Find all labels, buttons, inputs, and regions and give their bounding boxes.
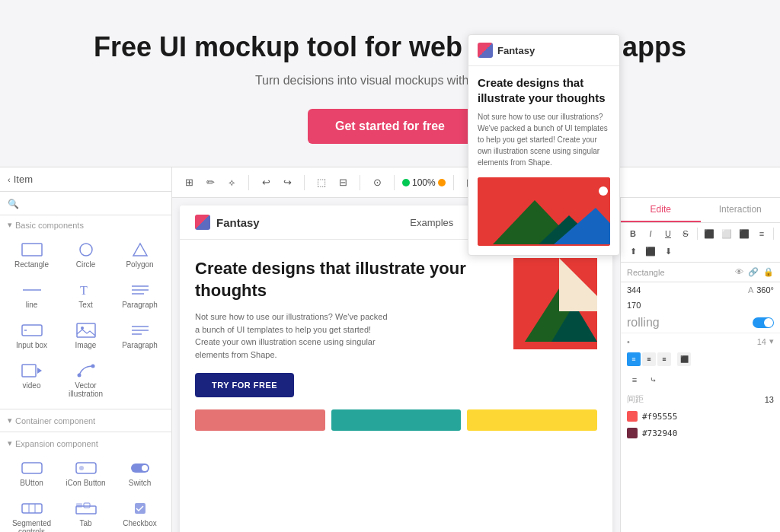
sidebar-search-area: 🔍: [0, 192, 171, 215]
color-swatch-1[interactable]: [627, 411, 638, 422]
hero-section: Free UI mockup tool for web and mobile a…: [0, 0, 780, 167]
sidebar-item-circle[interactable]: Circle: [60, 236, 111, 273]
rp-fontsize-value: 14: [757, 337, 766, 346]
rp-strikethrough-icon[interactable]: S: [678, 226, 693, 241]
tab-interaction[interactable]: Interaction: [701, 198, 781, 222]
expansion-collapse-icon[interactable]: ▾: [8, 438, 12, 448]
rp-color-row-2: #732940: [621, 425, 780, 441]
rp-align-btn-2[interactable]: ≡: [642, 352, 656, 366]
rp-align-btn-4[interactable]: ⬛: [677, 352, 691, 366]
search-icon: 🔍: [8, 199, 19, 209]
toolbar-divider-5: [453, 175, 454, 190]
rp-angle-label: A: [748, 285, 753, 295]
paragraph-icon: [126, 281, 154, 299]
rp-italic-icon[interactable]: I: [643, 226, 658, 241]
rp-extra-format-row: ≡ ⤷: [621, 369, 780, 390]
button-label: BUtton: [20, 479, 43, 487]
preview-hero-title: Create designs that illustrate your thou…: [195, 258, 498, 301]
sidebar-item-button[interactable]: BUtton: [6, 454, 57, 492]
svg-rect-10: [77, 323, 95, 337]
rp-extra-row: • 14 ▾: [621, 333, 780, 349]
rp-dimensions-row: 344 A 360°: [621, 282, 780, 298]
preview-hero-desc: Not sure how to use our illustrations? W…: [195, 311, 393, 361]
rp-underline-icon[interactable]: U: [660, 226, 676, 241]
toolbar-frame-group: ⬚ ⊟: [312, 174, 352, 192]
toolbar-divider-2: [304, 175, 305, 190]
rp-lock-icon[interactable]: 🔒: [763, 267, 774, 277]
text-label: Text: [78, 301, 92, 309]
sidebar-item-inputbox[interactable]: Input box: [6, 317, 57, 354]
frame2-icon[interactable]: ⊟: [334, 174, 352, 192]
rp-align-right-icon[interactable]: ⬛: [737, 226, 752, 241]
sidebar-item-checkbox[interactable]: Checkbox: [114, 495, 165, 532]
rp-list-icon[interactable]: ≡: [627, 372, 642, 387]
rp-align-top-icon[interactable]: ⬆: [625, 244, 641, 259]
rp-justify-icon[interactable]: ≡: [754, 226, 769, 241]
button-icon: [18, 459, 46, 477]
container-collapse-icon[interactable]: ▾: [8, 416, 12, 425]
image-label: Image: [75, 341, 97, 349]
rp-align-center-icon[interactable]: ⬜: [719, 226, 734, 241]
rp-dot-icon: •: [627, 337, 630, 346]
rp-chevron-down-icon[interactable]: ▾: [769, 336, 774, 346]
right-panel-tabs: Edite Interaction: [621, 198, 780, 223]
segmented-icon: [18, 499, 46, 518]
sidebar-item-polygon[interactable]: Polygon: [114, 236, 165, 273]
try-for-free-button[interactable]: TRY FOR FREE: [195, 373, 294, 397]
svg-rect-29: [84, 503, 90, 508]
rp-element-label: Rectangle 👁 🔗 🔒: [621, 263, 780, 282]
sidebar-item-segmented[interactable]: Segmented controls: [6, 495, 57, 532]
rp-toggle-wrapper: [753, 317, 774, 328]
rp-align-mid-icon[interactable]: ⬛: [643, 244, 658, 259]
container-section-title: ▾ Container component: [0, 413, 171, 428]
rp-rectangle-label: Rectangle: [627, 268, 665, 277]
rp-align-bot-icon[interactable]: ⬇: [660, 244, 676, 259]
rp-indent-icon[interactable]: ⤷: [645, 372, 660, 387]
tab-edite[interactable]: Edite: [621, 198, 701, 222]
rp-height-row: 170: [621, 298, 780, 313]
sidebar-item-iconbutton[interactable]: iCon Button: [60, 454, 111, 492]
sidebar-breadcrumb: ‹ Item: [0, 167, 171, 192]
rp-rolling-row: rolling: [621, 313, 780, 333]
toolbar-history-group: ↩ ↪: [257, 174, 296, 192]
rp-align-btn-3[interactable]: ≡: [657, 352, 671, 366]
sidebar-item-switch[interactable]: Switch: [114, 454, 165, 492]
get-started-button[interactable]: Get started for free: [308, 109, 472, 144]
rp-align-left-icon[interactable]: ⬛: [702, 226, 717, 241]
pen-icon[interactable]: ✏: [201, 174, 219, 192]
tab-icon: [72, 499, 100, 518]
sidebar-item-tab[interactable]: Tab: [60, 495, 111, 532]
rp-link-icon[interactable]: 🔗: [748, 267, 759, 277]
shape-icon[interactable]: ⟡: [222, 174, 241, 192]
preview-icon[interactable]: ⊙: [368, 174, 386, 192]
sidebar-item-paragraph[interactable]: Paragraph: [114, 276, 165, 314]
sidebar-item-rectangle[interactable]: Rectangle: [6, 236, 57, 273]
svg-marker-16: [37, 368, 42, 374]
sidebar-item-paragraph2[interactable]: Paragraph: [114, 317, 165, 354]
undo-icon[interactable]: ↩: [257, 174, 275, 192]
svg-text:T: T: [80, 284, 88, 297]
rp-eye-icon[interactable]: 👁: [735, 267, 743, 277]
sidebar-item-text[interactable]: T Text: [60, 276, 111, 314]
color-hex-1: #f95555: [642, 412, 677, 422]
frame-icon[interactable]: ⬚: [312, 174, 331, 192]
text-icon: T: [72, 281, 100, 299]
add-frame-icon[interactable]: ⊞: [180, 174, 198, 192]
sidebar-item-vector[interactable]: Vector illustration: [60, 357, 111, 403]
sidebar-item-image[interactable]: Image: [60, 317, 111, 354]
rp-align-btn-1[interactable]: ≡: [627, 352, 641, 366]
toolbar-divider-4: [394, 175, 395, 190]
rp-toggle[interactable]: [753, 317, 774, 328]
collapse-icon[interactable]: ▾: [8, 220, 12, 230]
sidebar-item-line[interactable]: line: [6, 276, 57, 314]
color-swatch-2[interactable]: [627, 428, 638, 438]
sidebar-item-video[interactable]: video: [6, 357, 57, 403]
toolbar-nav-group: ⊞ ✏ ⟡: [180, 174, 241, 192]
redo-icon[interactable]: ↪: [278, 174, 296, 192]
checkbox-icon: [126, 499, 154, 518]
nav-link-examples[interactable]: Examples: [410, 217, 453, 228]
video-label: video: [23, 381, 41, 390]
rp-spacing-row: 间距 13: [621, 390, 780, 408]
rp-bold-icon[interactable]: B: [625, 226, 641, 241]
line-icon: [18, 281, 46, 299]
